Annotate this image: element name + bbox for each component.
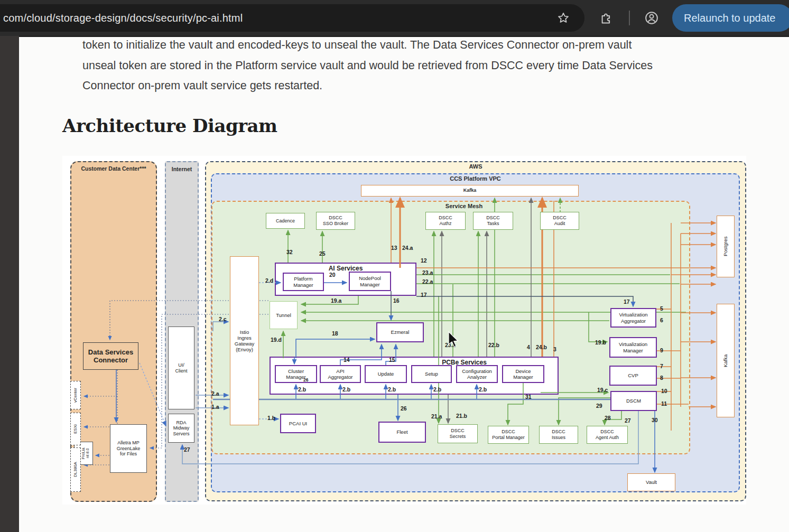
diagram-edge-labels: 32251324.a1223.a22.a172.d2019.a161819.d2…: [62, 156, 746, 505]
relaunch-label: Relaunch to update: [684, 12, 775, 24]
edge-label-17: 17: [421, 292, 427, 298]
url-bar[interactable]: com/cloud/storage-design/docs/security/p…: [0, 4, 584, 32]
edge-label-3: 3: [553, 346, 556, 352]
edge-label-28: 28: [605, 415, 611, 421]
edge-label-19.d: 19.d: [271, 337, 282, 343]
toolbar-separator: [629, 11, 630, 25]
edge-label-19.a: 19.a: [331, 297, 341, 304]
edge-label-24.b: 24.b: [536, 344, 547, 350]
edge-label-22.b: 22.b: [488, 342, 499, 348]
bookmark-star-icon[interactable]: [553, 7, 574, 29]
edge-label-26: 26: [303, 377, 308, 382]
edge-label-23.a: 23.a: [422, 269, 433, 276]
edge-label-10: 10: [661, 388, 667, 394]
edge-label-19.b: 19.b: [595, 339, 606, 346]
edge-label-2.b: 2.b: [433, 386, 441, 393]
edge-label-24.a: 24.a: [402, 245, 413, 251]
edge-label-9: 9: [660, 347, 663, 353]
edge-label-2.b: 2.b: [479, 386, 487, 393]
edge-label-13: 13: [391, 245, 397, 251]
edge-label-17: 17: [624, 298, 630, 305]
page-title: Architecture Diagram: [62, 115, 277, 136]
edge-label-20: 20: [329, 272, 336, 278]
edge-label-22.a: 22.a: [422, 278, 433, 285]
edge-label-11: 11: [661, 400, 667, 407]
edge-label-23.b: 23.b: [445, 342, 456, 348]
edge-label-31: 31: [525, 394, 532, 400]
edge-label-18: 18: [332, 330, 338, 337]
edge-label-16: 16: [393, 297, 400, 304]
extensions-puzzle-icon[interactable]: [596, 7, 617, 29]
edge-label-29: 29: [596, 403, 602, 409]
edge-label-21.a: 21.a: [431, 413, 442, 419]
edge-label-2.c: 2.c: [219, 316, 227, 322]
edge-label-26: 26: [401, 405, 407, 412]
edge-label-1.b: 1.b: [267, 415, 275, 421]
edge-label-25: 25: [319, 250, 326, 257]
edge-label-6: 6: [660, 317, 663, 323]
edge-label-2.d: 2.d: [265, 277, 273, 284]
edge-label-27: 27: [625, 417, 631, 424]
screen: com/cloud/storage-design/docs/security/p…: [0, 0, 789, 532]
edge-label-14: 14: [344, 357, 350, 363]
edge-label-5: 5: [660, 305, 663, 312]
edge-label-32: 32: [286, 249, 293, 255]
edge-label-19.c: 19.c: [597, 387, 608, 393]
edge-label-2.b: 2.b: [298, 386, 306, 393]
edge-label-21.b: 21.b: [456, 413, 467, 419]
body-paragraph: token to initialize the vault and encode…: [82, 35, 758, 96]
edge-label-12: 12: [421, 257, 427, 264]
edge-label-1.a: 1.a: [211, 404, 219, 410]
edge-label-4: 4: [527, 344, 530, 350]
architecture-diagram: Customer Data Center***InternetAWSCCS Pl…: [62, 156, 746, 505]
edge-label-8: 8: [660, 375, 663, 381]
edge-label-2.b: 2.b: [342, 386, 350, 393]
edge-label-30: 30: [652, 417, 658, 423]
browser-toolbar: com/cloud/storage-design/docs/security/p…: [0, 0, 789, 37]
edge-label-2.a: 2.a: [211, 390, 219, 397]
profile-icon[interactable]: [641, 7, 662, 29]
edge-label-15: 15: [389, 357, 395, 363]
edge-label-2.b: 2.b: [388, 386, 396, 393]
edge-label-7: 7: [660, 363, 663, 369]
left-dark-strip: [0, 36, 19, 532]
relaunch-button[interactable]: Relaunch to update: [672, 4, 789, 32]
url-text[interactable]: com/cloud/storage-design/docs/security/p…: [3, 4, 243, 32]
edge-label-27: 27: [184, 446, 190, 453]
